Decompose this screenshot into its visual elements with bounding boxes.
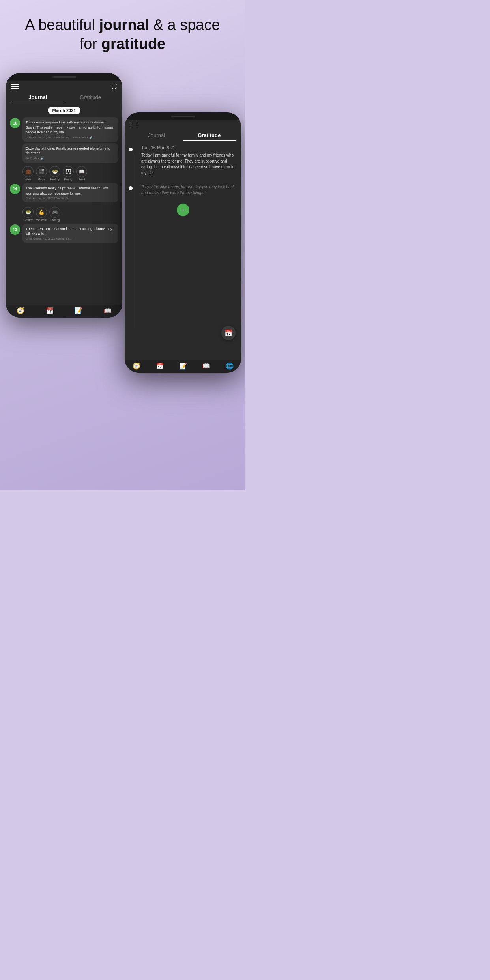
gratitude-entry-1: Tue, 16 Mar 2021 Today I am grateful for…	[130, 145, 236, 176]
tag-family[interactable]: 👨‍👩‍👧 Family	[63, 166, 74, 181]
gratitude-add-fab[interactable]: +	[177, 204, 189, 216]
headline-part1: A beautiful	[25, 17, 99, 33]
quote-dot	[129, 186, 133, 190]
nav-book-left[interactable]: 📖	[93, 307, 122, 314]
tabs-left: Journal Gratitude	[6, 92, 122, 103]
tag-icon-read: 📖	[76, 166, 87, 177]
headline: A beautiful journal & a space for gratit…	[0, 0, 245, 61]
tag-label-gaming: Gaming	[50, 219, 60, 221]
tabs-right: Journal Gratitude	[125, 130, 241, 141]
tag-movie[interactable]: 🎬 Movie	[36, 166, 47, 181]
tag-label-work: Work	[25, 178, 31, 181]
nav-calendar-left[interactable]: 📅	[35, 307, 64, 314]
entry-meta-14: C. de Atocha, 41, 28012 Madrid, Sp...	[26, 197, 115, 200]
phones-container: ⛶ Journal Gratitude March 2021 16	[0, 65, 245, 393]
entry-body-13: The current project at work is no... exc…	[22, 224, 118, 244]
entry-date-13: 13	[10, 224, 20, 235]
notch-bar	[52, 76, 76, 78]
journal-entry-14: 14 The weekend really helps me w... ment…	[10, 183, 118, 204]
entry-bubble-16-2[interactable]: Cozy day at home. Finally some needed al…	[22, 143, 118, 163]
nav-calendar-right[interactable]: 📅	[148, 362, 171, 370]
entry-meta-16-2: 10:07 AM • 🔗	[26, 157, 115, 160]
phone-left-notch	[6, 73, 122, 81]
entry-body-16: Today Anna surprised me with my favourit…	[22, 117, 118, 163]
nav-explore-left[interactable]: 🧭	[6, 307, 35, 314]
journal-entry-13: 13 The current project at work is no... …	[10, 224, 118, 244]
app-header-left: ⛶	[6, 81, 122, 92]
nav-book-right[interactable]: 📖	[195, 362, 218, 370]
month-label: March 2021	[10, 107, 118, 114]
plus-icon: +	[181, 207, 184, 213]
tag-read[interactable]: 📖 Read	[76, 166, 87, 181]
tag-label-movie: Movie	[38, 178, 45, 181]
phone-left: ⛶ Journal Gratitude March 2021 16	[6, 73, 122, 318]
entry-date-14: 14	[10, 184, 20, 194]
expand-icon[interactable]: ⛶	[111, 83, 117, 90]
tag-healthy-2[interactable]: 🥗 Healthy	[22, 207, 34, 221]
phone-right-notch	[125, 112, 241, 120]
tag-icon-workout: 💪	[36, 207, 47, 218]
calendar-fab[interactable]: 📅	[221, 326, 236, 340]
entry-bubble-16[interactable]: Today Anna surprised me with my favourit…	[22, 117, 118, 142]
entry-text-16-2: Cozy day at home. Finally some needed al…	[26, 146, 115, 156]
tab-journal-right[interactable]: Journal	[130, 130, 183, 141]
tag-label-family: Family	[64, 178, 73, 181]
nav-globe-right[interactable]: 🌐	[218, 362, 241, 370]
hamburger-icon-right[interactable]	[130, 123, 137, 127]
tag-label-workout: Workout	[36, 219, 47, 221]
hamburger-icon[interactable]	[11, 84, 19, 89]
timeline-line	[133, 153, 133, 328]
phone-right: Journal Gratitude Tue, 16 Mar 2021 Today…	[125, 112, 241, 373]
tag-icon-healthy-2: 🥗	[22, 207, 34, 218]
entry-date-16: 16	[10, 118, 20, 128]
tab-gratitude-right[interactable]: Gratitude	[183, 130, 236, 141]
tag-gaming[interactable]: 🎮 Gaming	[49, 207, 60, 221]
tag-work[interactable]: 💼 Work	[22, 166, 34, 181]
bottom-nav-right: 🧭 📅 📝 📖 🌐	[125, 360, 241, 373]
tag-icon-movie: 🎬	[36, 166, 47, 177]
entry-bubble-14[interactable]: The weekend really helps me w... mental …	[22, 183, 118, 202]
headline-bold1: journal	[99, 17, 149, 33]
calendar-fab-icon: 📅	[224, 329, 232, 337]
tag-label-healthy-1: Healthy	[50, 178, 60, 181]
tag-icon-work: 💼	[22, 166, 34, 177]
tag-label-healthy-2: Healthy	[23, 219, 33, 221]
journal-content: March 2021 16 Today Anna surprised me wi…	[6, 103, 122, 305]
entry-text-13: The current project at work is no... exc…	[26, 226, 115, 236]
nav-journal-left[interactable]: 📝	[64, 307, 94, 314]
tag-label-read: Read	[79, 178, 85, 181]
entry-meta-16: C. de Atocha, 41, 28012 Madrid, Sp... • …	[26, 136, 115, 139]
headline-bold2: gratitude	[101, 36, 166, 52]
nav-explore-right[interactable]: 🧭	[125, 362, 148, 370]
tag-icon-family: 👨‍👩‍👧	[63, 166, 74, 177]
quote-text: "Enjoy the little things, for one day yo…	[141, 184, 236, 196]
tags-row-16: 💼 Work 🎬 Movie 🥗 Healthy 👨‍👩‍👧	[22, 166, 118, 181]
entry-body-14: The weekend really helps me w... mental …	[22, 183, 118, 204]
gratitude-date-1: Tue, 16 Mar 2021	[141, 145, 236, 150]
page-wrapper: A beautiful journal & a space for gratit…	[0, 0, 245, 490]
entry-bubble-13[interactable]: The current project at work is no... exc…	[22, 224, 118, 243]
gratitude-text-1: Today I am grateful for my family and my…	[141, 152, 236, 176]
tag-healthy-1[interactable]: 🥗 Healthy	[49, 166, 60, 181]
journal-entry-16: 16 Today Anna surprised me with my favou…	[10, 117, 118, 163]
entry-meta-13: C. de Atocha, 41, 28012 Madrid, Sp... •	[26, 238, 115, 240]
bottom-nav-left: 🧭 📅 📝 📖	[6, 305, 122, 318]
tag-workout[interactable]: 💪 Workout	[36, 207, 47, 221]
gratitude-quote: "Enjoy the little things, for one day yo…	[130, 184, 236, 196]
nav-journal-right[interactable]: 📝	[171, 362, 195, 370]
tab-journal-left[interactable]: Journal	[11, 92, 64, 103]
tags-row-14: 🥗 Healthy 💪 Workout 🎮 Gaming	[22, 207, 118, 221]
phone-left-screen: ⛶ Journal Gratitude March 2021 16	[6, 73, 122, 318]
entry-text-14: The weekend really helps me w... mental …	[26, 186, 115, 196]
notch-bar-right	[171, 116, 195, 117]
month-pill: March 2021	[48, 107, 81, 114]
tag-icon-healthy-1: 🥗	[49, 166, 60, 177]
entry-text-16: Today Anna surprised me with my favourit…	[26, 120, 115, 135]
tag-icon-gaming: 🎮	[49, 207, 60, 218]
timeline-dot-1	[129, 148, 133, 151]
gratitude-content: Tue, 16 Mar 2021 Today I am grateful for…	[125, 141, 241, 360]
phone-right-screen: Journal Gratitude Tue, 16 Mar 2021 Today…	[125, 112, 241, 373]
app-header-right	[125, 120, 241, 130]
tab-gratitude-left[interactable]: Gratitude	[64, 92, 117, 103]
